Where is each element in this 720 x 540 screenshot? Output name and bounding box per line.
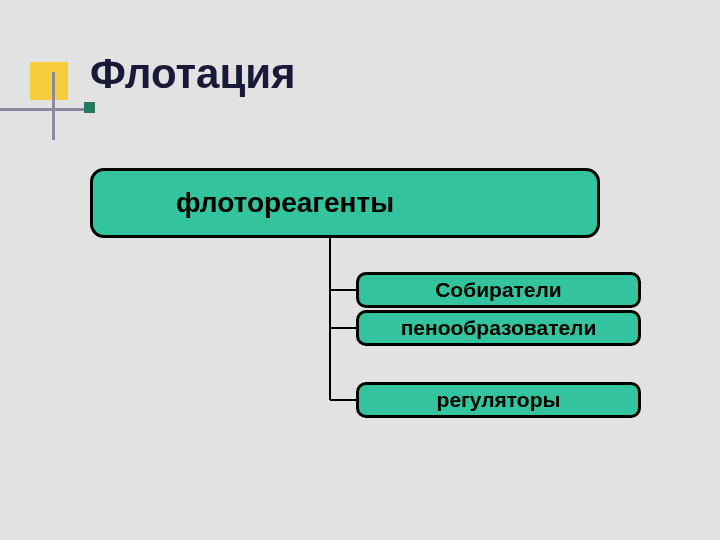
child-label: Собиратели: [435, 278, 562, 302]
root-node: флотореагенты: [90, 168, 600, 238]
decoration-vline: [52, 72, 55, 140]
child-label: регуляторы: [437, 388, 561, 412]
child-label: пенообразователи: [401, 316, 597, 340]
small-square-icon: [84, 102, 95, 113]
child-node-1: Собиратели: [356, 272, 641, 308]
yellow-square-icon: [30, 62, 68, 100]
decoration-hline: [0, 108, 84, 111]
child-node-2: пенообразователи: [356, 310, 641, 346]
page-title: Флотация: [90, 50, 296, 98]
root-label: флотореагенты: [176, 187, 394, 219]
child-node-3: регуляторы: [356, 382, 641, 418]
